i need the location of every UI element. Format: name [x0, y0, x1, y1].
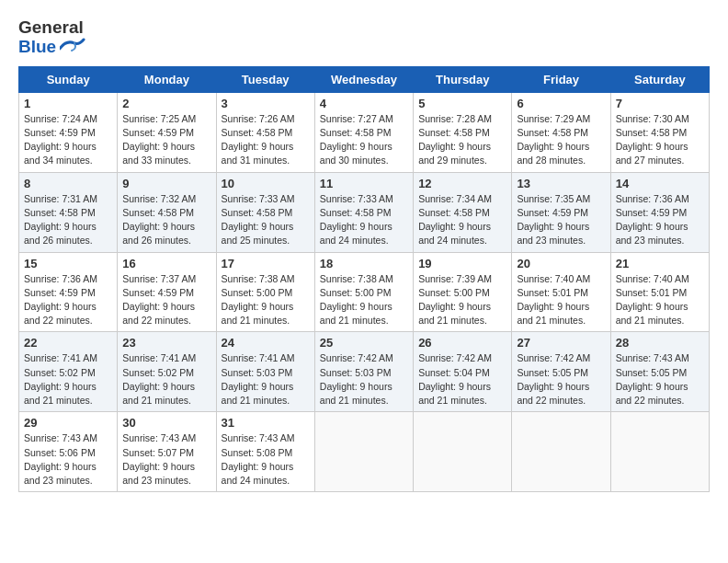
calendar-day-cell: 17 Sunrise: 7:38 AMSunset: 5:00 PMDaylig… [216, 252, 314, 332]
day-detail: Sunrise: 7:24 AMSunset: 4:59 PMDaylight:… [24, 112, 112, 168]
logo-text-group: General Blue [18, 18, 85, 57]
calendar-day-cell: 26 Sunrise: 7:42 AMSunset: 5:04 PMDaylig… [414, 332, 512, 412]
calendar-day-cell: 30 Sunrise: 7:43 AMSunset: 5:07 PMDaylig… [118, 412, 216, 492]
day-number: 30 [122, 416, 210, 430]
calendar-day-cell: 18 Sunrise: 7:38 AMSunset: 5:00 PMDaylig… [314, 252, 413, 332]
day-detail: Sunrise: 7:30 AMSunset: 4:58 PMDaylight:… [616, 112, 704, 168]
calendar-day-cell: 20 Sunrise: 7:40 AMSunset: 5:01 PMDaylig… [512, 252, 610, 332]
day-detail: Sunrise: 7:42 AMSunset: 5:03 PMDaylight:… [320, 351, 408, 408]
day-detail: Sunrise: 7:32 AMSunset: 4:58 PMDaylight:… [122, 192, 210, 248]
day-detail: Sunrise: 7:33 AMSunset: 4:58 PMDaylight:… [222, 192, 310, 248]
day-number: 12 [418, 177, 506, 190]
day-number: 11 [320, 177, 408, 190]
day-detail: Sunrise: 7:39 AMSunset: 5:00 PMDaylight:… [418, 272, 506, 328]
calendar-table: SundayMondayTuesdayWednesdayThursdayFrid… [18, 66, 710, 492]
logo: General Blue [18, 18, 85, 57]
calendar-day-cell: 1 Sunrise: 7:24 AMSunset: 4:59 PMDayligh… [19, 92, 118, 172]
calendar-day-cell: 24 Sunrise: 7:41 AMSunset: 5:03 PMDaylig… [216, 332, 314, 412]
weekday-header: Friday [512, 66, 610, 92]
day-number: 8 [24, 177, 112, 190]
day-detail: Sunrise: 7:38 AMSunset: 5:00 PMDaylight:… [222, 272, 310, 328]
weekday-header: Thursday [414, 66, 512, 92]
calendar-day-cell: 10 Sunrise: 7:33 AMSunset: 4:58 PMDaylig… [216, 172, 314, 252]
day-detail: Sunrise: 7:26 AMSunset: 4:58 PMDaylight:… [222, 112, 310, 168]
day-number: 18 [320, 257, 408, 270]
calendar-day-cell: 3 Sunrise: 7:26 AMSunset: 4:58 PMDayligh… [216, 92, 314, 172]
day-number: 9 [122, 177, 210, 190]
calendar-day-cell: 6 Sunrise: 7:29 AMSunset: 4:58 PMDayligh… [512, 92, 610, 172]
day-detail: Sunrise: 7:36 AMSunset: 4:59 PMDaylight:… [616, 192, 704, 248]
day-number: 27 [517, 336, 605, 350]
day-number: 22 [24, 336, 112, 350]
logo-blue-text: Blue [18, 38, 85, 57]
day-detail: Sunrise: 7:34 AMSunset: 4:58 PMDaylight:… [418, 192, 506, 248]
weekday-header-row: SundayMondayTuesdayWednesdayThursdayFrid… [19, 66, 710, 92]
day-number: 13 [517, 177, 605, 190]
day-number: 3 [222, 97, 310, 110]
calendar-day-cell: 21 Sunrise: 7:40 AMSunset: 5:01 PMDaylig… [610, 252, 709, 332]
calendar-week-row: 22 Sunrise: 7:41 AMSunset: 5:02 PMDaylig… [19, 332, 710, 412]
day-number: 19 [418, 257, 506, 270]
day-number: 29 [24, 416, 112, 430]
day-number: 23 [122, 336, 210, 350]
day-number: 28 [616, 336, 704, 350]
calendar-week-row: 29 Sunrise: 7:43 AMSunset: 5:06 PMDaylig… [19, 412, 710, 492]
page-header: General Blue [18, 18, 710, 57]
calendar-day-cell [512, 412, 610, 492]
day-number: 20 [517, 257, 605, 270]
day-detail: Sunrise: 7:43 AMSunset: 5:05 PMDaylight:… [616, 351, 704, 408]
day-number: 5 [418, 97, 506, 110]
weekday-header: Sunday [19, 66, 118, 92]
calendar-day-cell: 13 Sunrise: 7:35 AMSunset: 4:59 PMDaylig… [512, 172, 610, 252]
day-detail: Sunrise: 7:36 AMSunset: 4:59 PMDaylight:… [24, 272, 112, 328]
day-number: 24 [222, 336, 310, 350]
calendar-day-cell: 22 Sunrise: 7:41 AMSunset: 5:02 PMDaylig… [19, 332, 118, 412]
day-detail: Sunrise: 7:40 AMSunset: 5:01 PMDaylight:… [517, 272, 605, 328]
logo-bird-icon [60, 38, 85, 56]
day-number: 26 [418, 336, 506, 350]
calendar-day-cell: 23 Sunrise: 7:41 AMSunset: 5:02 PMDaylig… [118, 332, 216, 412]
day-detail: Sunrise: 7:43 AMSunset: 5:07 PMDaylight:… [122, 431, 210, 488]
day-detail: Sunrise: 7:35 AMSunset: 4:59 PMDaylight:… [517, 192, 605, 248]
day-detail: Sunrise: 7:33 AMSunset: 4:58 PMDaylight:… [320, 192, 408, 248]
day-detail: Sunrise: 7:43 AMSunset: 5:08 PMDaylight:… [222, 431, 310, 488]
day-number: 4 [320, 97, 408, 110]
day-detail: Sunrise: 7:40 AMSunset: 5:01 PMDaylight:… [616, 272, 704, 328]
day-detail: Sunrise: 7:41 AMSunset: 5:02 PMDaylight:… [122, 351, 210, 408]
logo-general-text: General [18, 18, 85, 38]
day-detail: Sunrise: 7:31 AMSunset: 4:58 PMDaylight:… [24, 192, 112, 248]
day-detail: Sunrise: 7:38 AMSunset: 5:00 PMDaylight:… [320, 272, 408, 328]
calendar-day-cell: 9 Sunrise: 7:32 AMSunset: 4:58 PMDayligh… [118, 172, 216, 252]
calendar-day-cell: 25 Sunrise: 7:42 AMSunset: 5:03 PMDaylig… [314, 332, 413, 412]
calendar-day-cell: 31 Sunrise: 7:43 AMSunset: 5:08 PMDaylig… [216, 412, 314, 492]
day-detail: Sunrise: 7:27 AMSunset: 4:58 PMDaylight:… [320, 112, 408, 168]
calendar-week-row: 1 Sunrise: 7:24 AMSunset: 4:59 PMDayligh… [19, 92, 710, 172]
calendar-week-row: 15 Sunrise: 7:36 AMSunset: 4:59 PMDaylig… [19, 252, 710, 332]
day-number: 14 [616, 177, 704, 190]
day-detail: Sunrise: 7:25 AMSunset: 4:59 PMDaylight:… [122, 112, 210, 168]
calendar-day-cell: 12 Sunrise: 7:34 AMSunset: 4:58 PMDaylig… [414, 172, 512, 252]
day-detail: Sunrise: 7:28 AMSunset: 4:58 PMDaylight:… [418, 112, 506, 168]
day-number: 21 [616, 257, 704, 270]
calendar-day-cell: 5 Sunrise: 7:28 AMSunset: 4:58 PMDayligh… [414, 92, 512, 172]
day-detail: Sunrise: 7:37 AMSunset: 4:59 PMDaylight:… [122, 272, 210, 328]
calendar-day-cell: 29 Sunrise: 7:43 AMSunset: 5:06 PMDaylig… [19, 412, 118, 492]
calendar-day-cell [314, 412, 413, 492]
calendar-day-cell: 2 Sunrise: 7:25 AMSunset: 4:59 PMDayligh… [118, 92, 216, 172]
day-number: 31 [222, 416, 310, 430]
day-number: 17 [222, 257, 310, 270]
weekday-header: Tuesday [216, 66, 314, 92]
day-number: 10 [222, 177, 310, 190]
calendar-week-row: 8 Sunrise: 7:31 AMSunset: 4:58 PMDayligh… [19, 172, 710, 252]
day-number: 1 [24, 97, 112, 110]
calendar-day-cell: 7 Sunrise: 7:30 AMSunset: 4:58 PMDayligh… [610, 92, 709, 172]
day-detail: Sunrise: 7:29 AMSunset: 4:58 PMDaylight:… [517, 112, 605, 168]
calendar-day-cell: 15 Sunrise: 7:36 AMSunset: 4:59 PMDaylig… [19, 252, 118, 332]
weekday-header: Wednesday [314, 66, 413, 92]
weekday-header: Saturday [610, 66, 709, 92]
calendar-day-cell: 4 Sunrise: 7:27 AMSunset: 4:58 PMDayligh… [314, 92, 413, 172]
calendar-day-cell: 19 Sunrise: 7:39 AMSunset: 5:00 PMDaylig… [414, 252, 512, 332]
day-number: 2 [122, 97, 210, 110]
calendar-day-cell: 8 Sunrise: 7:31 AMSunset: 4:58 PMDayligh… [19, 172, 118, 252]
day-detail: Sunrise: 7:42 AMSunset: 5:05 PMDaylight:… [517, 351, 605, 408]
